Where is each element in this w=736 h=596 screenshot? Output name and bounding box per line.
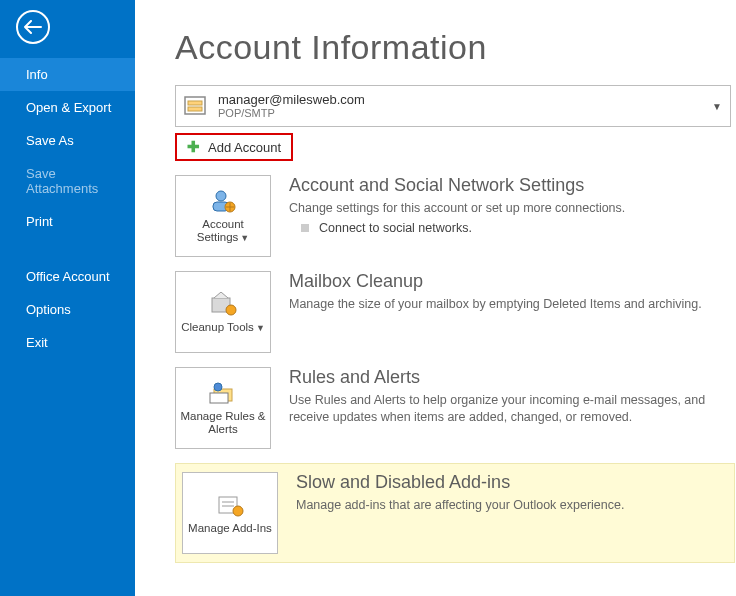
section-cleanup: Cleanup Tools▼ Mailbox Cleanup Manage th…: [175, 271, 735, 353]
rules-alerts-icon: [208, 380, 238, 406]
nav-exit[interactable]: Exit: [0, 326, 135, 359]
nav-office-account[interactable]: Office Account: [0, 260, 135, 293]
addins-title: Slow and Disabled Add-ins: [296, 472, 728, 493]
cleanup-tools-tile[interactable]: Cleanup Tools▼: [175, 271, 271, 353]
svg-point-7: [226, 305, 236, 315]
svg-rect-9: [210, 393, 228, 403]
nav: Info Open & Export Save As Save Attachme…: [0, 54, 135, 359]
chevron-down-icon: ▼: [712, 101, 722, 112]
mailbox-icon: [182, 93, 208, 119]
nav-save-attachments: Save Attachments: [0, 157, 135, 205]
nav-open-export[interactable]: Open & Export: [0, 91, 135, 124]
nav-info[interactable]: Info: [0, 58, 135, 91]
nav-save-as[interactable]: Save As: [0, 124, 135, 157]
account-settings-desc: Change settings for this account or set …: [289, 200, 735, 217]
add-account-button[interactable]: ✚ Add Account: [175, 133, 293, 161]
section-account-settings: Account Settings▼ Account and Social Net…: [175, 175, 735, 257]
account-settings-icon: [208, 188, 238, 214]
section-rules: Manage Rules & Alerts Rules and Alerts U…: [175, 367, 735, 449]
svg-point-10: [214, 383, 222, 391]
sidebar: Info Open & Export Save As Save Attachme…: [0, 0, 135, 596]
account-settings-title: Account and Social Network Settings: [289, 175, 735, 196]
arrow-left-icon: [24, 20, 42, 34]
add-account-label: Add Account: [208, 140, 281, 155]
addins-desc: Manage add-ins that are affecting your O…: [296, 497, 728, 514]
cleanup-tools-tile-label: Cleanup Tools▼: [177, 321, 269, 334]
plus-icon: ✚: [187, 138, 200, 156]
cleanup-tools-icon: [208, 291, 238, 317]
nav-print[interactable]: Print: [0, 205, 135, 238]
manage-addins-tile-label: Manage Add-Ins: [184, 522, 276, 535]
rules-alerts-tile-label: Manage Rules & Alerts: [176, 410, 270, 435]
section-addins: Manage Add-Ins Slow and Disabled Add-ins…: [175, 463, 735, 563]
cleanup-desc: Manage the size of your mailbox by empty…: [289, 296, 735, 313]
svg-point-14: [233, 506, 243, 516]
rules-desc: Use Rules and Alerts to help organize yo…: [289, 392, 735, 426]
svg-rect-2: [188, 107, 202, 111]
connect-social-label: Connect to social networks.: [319, 221, 472, 235]
bullet-icon: [301, 224, 309, 232]
back-header: [0, 0, 135, 54]
nav-options[interactable]: Options: [0, 293, 135, 326]
cleanup-title: Mailbox Cleanup: [289, 271, 735, 292]
back-button[interactable]: [16, 10, 50, 44]
main: Account Information manager@milesweb.com…: [135, 0, 736, 596]
account-dropdown[interactable]: manager@milesweb.com POP/SMTP ▼: [175, 85, 731, 127]
manage-addins-icon: [215, 492, 245, 518]
account-email: manager@milesweb.com: [218, 92, 712, 108]
rules-alerts-tile[interactable]: Manage Rules & Alerts: [175, 367, 271, 449]
account-text: manager@milesweb.com POP/SMTP: [218, 92, 712, 121]
connect-social-row[interactable]: Connect to social networks.: [289, 221, 735, 235]
page-title: Account Information: [175, 28, 736, 67]
svg-rect-1: [188, 101, 202, 105]
account-settings-tile[interactable]: Account Settings▼: [175, 175, 271, 257]
account-settings-tile-label: Account Settings▼: [176, 218, 270, 244]
rules-title: Rules and Alerts: [289, 367, 735, 388]
manage-addins-tile[interactable]: Manage Add-Ins: [182, 472, 278, 554]
svg-point-3: [216, 191, 226, 201]
account-protocol: POP/SMTP: [218, 107, 712, 120]
